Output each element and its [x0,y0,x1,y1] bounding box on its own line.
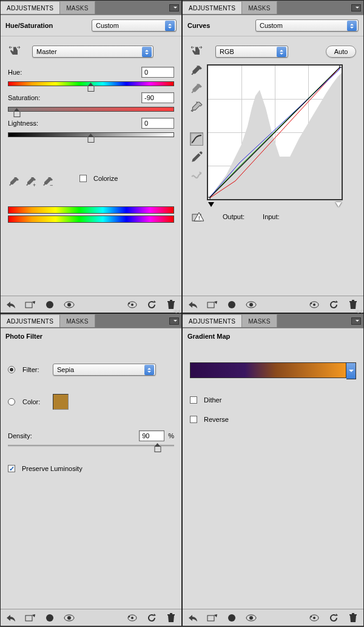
white-point-eyedropper-icon[interactable] [190,101,203,114]
collapse-icon[interactable]: ◀◀ [173,0,180,1]
curves-graph[interactable] [207,64,343,200]
gray-point-eyedropper-icon[interactable] [190,83,203,96]
pencil-tool-icon[interactable] [190,151,203,164]
eyedropper-icon[interactable] [8,176,20,188]
back-icon[interactable] [186,299,200,311]
previous-state-icon[interactable] [308,299,321,311]
tab-adjustments[interactable]: ADJUSTMENTS [1,1,60,14]
filter-radio[interactable] [8,366,15,373]
lightness-slider[interactable] [8,132,174,137]
curve-point-tool-icon[interactable] [190,132,203,146]
white-point-slider[interactable] [335,202,342,207]
back-icon[interactable] [4,612,18,624]
density-slider[interactable] [8,445,174,447]
gradient-preview[interactable] [190,362,346,378]
density-input[interactable] [139,430,164,441]
panel-title: Gradient Map [187,333,230,340]
clip-to-layer-icon[interactable] [43,299,56,311]
reverse-checkbox[interactable] [190,416,197,423]
visibility-icon[interactable] [244,299,258,311]
eyedropper-minus-icon[interactable]: − [42,176,54,188]
black-point-slider[interactable] [208,202,214,207]
hue-input[interactable] [141,67,174,78]
reset-icon[interactable] [327,299,340,311]
density-thumb[interactable] [154,446,161,452]
tab-masks[interactable]: MASKS [60,314,95,327]
panel-menu-icon[interactable] [169,4,179,12]
dropdown-arrows-icon [277,47,286,57]
curves-panel: ◀◀ ADJUSTMENTS MASKS Curves Custom RGB [182,0,364,313]
black-point-eyedropper-icon[interactable] [190,64,203,78]
filter-dropdown[interactable]: Sepia [53,364,156,376]
eyedropper-plus-icon[interactable]: + [25,176,37,188]
tab-masks[interactable]: MASKS [242,314,277,327]
visibility-icon[interactable] [62,299,76,311]
previous-state-icon[interactable] [126,612,139,624]
saturation-thumb[interactable] [13,111,20,117]
collapse-icon[interactable]: ◀◀ [173,308,180,314]
density-label: Density: [8,432,44,439]
svg-point-18 [249,303,253,307]
tab-adjustments[interactable]: ADJUSTMENTS [183,314,242,327]
preset-dropdown[interactable]: Custom [92,19,177,32]
targeted-adjust-icon[interactable] [190,45,203,58]
svg-point-32 [313,617,315,619]
previous-state-icon[interactable] [126,299,139,311]
color-swatch[interactable] [53,394,69,410]
gradient-picker-toggle[interactable] [346,362,356,379]
saturation-input[interactable] [141,92,174,103]
expand-view-icon[interactable] [206,299,219,311]
back-icon[interactable] [186,612,200,624]
lightness-thumb[interactable] [88,137,95,143]
saturation-label: Saturation: [8,94,50,101]
trash-icon[interactable] [164,612,178,624]
panel-menu-icon[interactable] [169,317,179,325]
panel-menu-icon[interactable] [351,317,361,325]
color-radio[interactable] [8,398,15,405]
reset-icon[interactable] [327,612,340,624]
visibility-icon[interactable] [244,612,258,624]
trash-icon[interactable] [346,612,360,624]
previous-state-icon[interactable] [308,612,321,624]
expand-view-icon[interactable] [24,299,37,311]
gradient-map-panel: ◀◀ ADJUSTMENTS MASKS Gradient Map Dither… [182,313,364,626]
visibility-icon[interactable] [62,612,76,624]
hue-thumb[interactable] [88,86,95,92]
svg-point-30 [249,616,253,620]
channel-dropdown[interactable]: RGB [215,46,288,58]
clip-to-layer-icon[interactable] [43,612,56,624]
back-icon[interactable] [4,299,18,311]
preserve-luminosity-checkbox[interactable] [8,465,15,472]
svg-text:+: + [33,182,36,188]
reset-icon[interactable] [145,299,158,311]
panel-header: Photo Filter [1,328,181,344]
dropdown-arrows-icon [142,47,152,57]
tab-bar: ◀◀ ADJUSTMENTS MASKS [1,314,181,328]
svg-point-7 [131,303,133,306]
collapse-icon[interactable]: ◀◀ [355,308,362,314]
hue-slider[interactable] [8,81,174,86]
panel-menu-icon[interactable] [351,4,361,12]
auto-button[interactable]: Auto [326,46,356,58]
svg-rect-21 [25,615,32,621]
tab-masks[interactable]: MASKS [60,1,95,14]
reset-icon[interactable] [145,612,158,624]
preset-dropdown[interactable]: Custom [255,19,359,32]
channel-value: Master [36,48,57,55]
saturation-slider[interactable] [8,107,174,112]
colorize-checkbox[interactable] [79,175,87,182]
tab-masks[interactable]: MASKS [242,1,277,14]
channel-dropdown[interactable]: Master [32,46,153,58]
targeted-adjust-icon[interactable] [8,45,21,58]
clip-to-layer-icon[interactable] [225,299,238,311]
expand-view-icon[interactable] [24,612,37,624]
dither-checkbox[interactable] [190,396,197,404]
clip-warning-icon[interactable]: ! [191,211,204,223]
tab-adjustments[interactable]: ADJUSTMENTS [183,1,242,14]
tab-adjustments[interactable]: ADJUSTMENTS [1,314,60,327]
lightness-input[interactable] [141,118,174,129]
clip-to-layer-icon[interactable] [225,612,238,624]
expand-view-icon[interactable] [206,612,219,624]
photo-filter-panel: ◀◀ ADJUSTMENTS MASKS Photo Filter Filter… [0,313,182,626]
collapse-icon[interactable]: ◀◀ [355,0,362,1]
